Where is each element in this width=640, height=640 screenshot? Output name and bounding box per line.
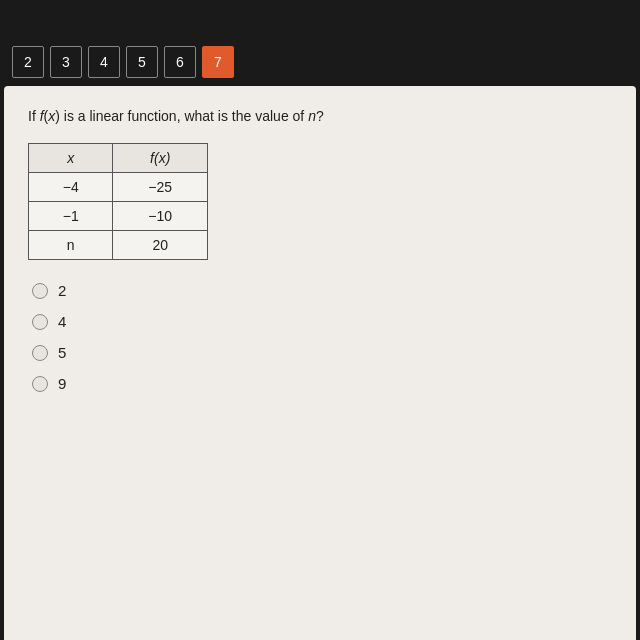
cell-x: −1 [29,202,113,231]
content-area: If f(x) is a linear function, what is th… [4,86,636,640]
table-row: −1−10 [29,202,208,231]
table-row: n20 [29,231,208,260]
question-number-4[interactable]: 4 [88,46,120,78]
data-table: x f(x) −4−25−1−10n20 [28,143,208,260]
top-bar [0,0,640,42]
table-row: −4−25 [29,173,208,202]
radio-circle [32,345,48,361]
question-numbers: 234567 [0,42,640,86]
cell-x: n [29,231,113,260]
cell-x: −4 [29,173,113,202]
answer-label: 5 [58,344,66,361]
col-fx-header: f(x) [113,144,208,173]
answer-option-4[interactable]: 4 [32,313,612,330]
answer-label: 4 [58,313,66,330]
question-number-6[interactable]: 6 [164,46,196,78]
cell-fx: 20 [113,231,208,260]
question-number-7[interactable]: 7 [202,46,234,78]
answer-label: 2 [58,282,66,299]
answer-options: 2459 [28,282,612,392]
cell-fx: −10 [113,202,208,231]
cell-fx: −25 [113,173,208,202]
radio-circle [32,376,48,392]
question-text: If f(x) is a linear function, what is th… [28,106,612,127]
radio-circle [32,283,48,299]
question-number-3[interactable]: 3 [50,46,82,78]
question-number-5[interactable]: 5 [126,46,158,78]
answer-label: 9 [58,375,66,392]
col-x-header: x [29,144,113,173]
answer-option-9[interactable]: 9 [32,375,612,392]
answer-option-2[interactable]: 2 [32,282,612,299]
question-number-2[interactable]: 2 [12,46,44,78]
answer-option-5[interactable]: 5 [32,344,612,361]
radio-circle [32,314,48,330]
